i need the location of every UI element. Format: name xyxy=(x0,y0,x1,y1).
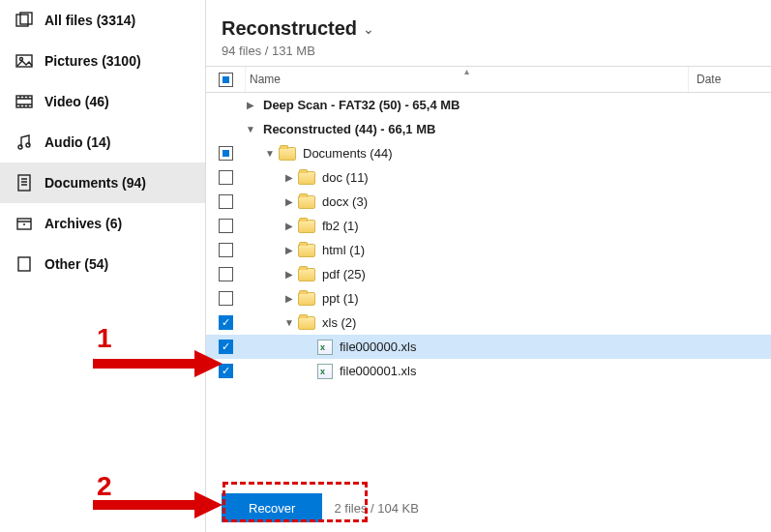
folder-icon xyxy=(298,244,315,257)
audio-icon xyxy=(15,133,33,151)
video-icon xyxy=(15,93,33,110)
sidebar-item-documents[interactable]: Documents (94) xyxy=(0,163,205,203)
expander-collapsed-icon[interactable]: ▶ xyxy=(283,172,295,183)
file-tree[interactable]: ▶Deep Scan - FAT32 (50) - 65,4 MB▼Recons… xyxy=(206,93,771,484)
sidebar-item-audio[interactable]: Audio (14) xyxy=(0,122,205,163)
tree-item-label: ppt (1) xyxy=(322,291,359,306)
tree-row[interactable]: ▶fb2 (1) xyxy=(206,214,771,238)
tree-item-label: Reconstructed (44) - 66,1 MB xyxy=(263,122,435,136)
tree-item-label: html (1) xyxy=(322,243,365,257)
svg-point-5 xyxy=(18,145,22,149)
sidebar-item-label: Audio (14) xyxy=(44,134,110,150)
checkbox[interactable] xyxy=(219,291,233,306)
svg-rect-9 xyxy=(18,257,30,271)
column-name-label: Name xyxy=(250,73,281,86)
sidebar-item-label: Video (46) xyxy=(44,94,109,109)
title-row[interactable]: Reconstructed ⌄ xyxy=(222,17,756,40)
checkbox[interactable] xyxy=(219,146,233,161)
header: Reconstructed ⌄ 94 files / 131 MB xyxy=(206,0,771,66)
tree-row[interactable]: ▼Documents (44) xyxy=(206,141,771,165)
sidebar-item-archives[interactable]: Archives (6) xyxy=(0,203,205,244)
expander-collapsed-icon[interactable]: ▶ xyxy=(283,293,295,304)
tree-item-label: fb2 (1) xyxy=(322,219,359,233)
sidebar-item-label: Documents (94) xyxy=(44,175,146,191)
folder-icon xyxy=(298,268,315,281)
column-check[interactable] xyxy=(206,73,245,87)
sidebar-item-other[interactable]: Other (54) xyxy=(0,244,205,284)
expander-collapsed-icon[interactable]: ▶ xyxy=(283,245,295,255)
column-date-label: Date xyxy=(697,73,721,86)
chevron-down-icon: ⌄ xyxy=(363,21,374,37)
checkbox[interactable] xyxy=(219,340,233,354)
checkbox[interactable] xyxy=(219,170,233,185)
folder-icon xyxy=(298,171,315,185)
column-date[interactable]: Date xyxy=(688,67,771,92)
expander-collapsed-icon[interactable]: ▶ xyxy=(283,221,295,231)
checkbox[interactable] xyxy=(219,219,233,233)
checkbox[interactable] xyxy=(219,243,233,257)
expander-expanded-icon[interactable]: ▼ xyxy=(283,317,295,328)
file-summary: 94 files / 131 MB xyxy=(222,44,756,58)
sidebar-item-video[interactable]: Video (46) xyxy=(0,81,205,122)
svg-rect-7 xyxy=(18,175,30,191)
sidebar-item-label: Other (54) xyxy=(44,256,108,272)
tree-row[interactable]: ▼xls (2) xyxy=(206,310,771,335)
other-icon xyxy=(15,255,33,273)
tree-row[interactable]: ▶html (1) xyxy=(206,238,771,262)
sidebar-item-allfiles[interactable]: All files (3314) xyxy=(0,0,205,41)
tree-item-label: Documents (44) xyxy=(303,146,392,161)
tree-item-label: xls (2) xyxy=(322,315,356,330)
sort-caret-icon: ▴ xyxy=(464,66,469,76)
svg-point-3 xyxy=(20,58,23,61)
tree-item-label: file000000.xls xyxy=(340,340,417,354)
allfiles-icon xyxy=(15,12,33,29)
tree-row[interactable]: file000001.xls xyxy=(206,359,771,383)
tree-item-label: Deep Scan - FAT32 (50) - 65,4 MB xyxy=(263,98,460,112)
folder-icon xyxy=(298,292,315,306)
svg-point-6 xyxy=(26,143,30,147)
tree-item-label: file000001.xls xyxy=(340,364,417,378)
sidebar-item-label: Archives (6) xyxy=(44,216,122,231)
tree-row[interactable]: ▼Reconstructed (44) - 66,1 MB xyxy=(206,117,771,141)
xls-file-icon xyxy=(317,364,333,379)
expander-expanded-icon[interactable]: ▼ xyxy=(245,124,256,134)
tree-row[interactable]: ▶Deep Scan - FAT32 (50) - 65,4 MB xyxy=(206,93,771,117)
documents-icon xyxy=(15,174,33,192)
checkbox[interactable] xyxy=(219,194,233,209)
expander-collapsed-icon[interactable]: ▶ xyxy=(283,269,295,280)
tree-item-label: docx (3) xyxy=(322,194,368,209)
checkbox-header[interactable] xyxy=(219,73,233,87)
sidebar: All files (3314) Pictures (3100) Video (… xyxy=(0,0,206,532)
sidebar-item-pictures[interactable]: Pictures (3100) xyxy=(0,41,205,81)
tree-item-label: doc (11) xyxy=(322,170,369,185)
column-name[interactable]: Name ▴ xyxy=(245,67,688,92)
tree-row[interactable]: ▶pdf (25) xyxy=(206,262,771,286)
sidebar-item-label: All files (3314) xyxy=(44,13,135,28)
folder-icon xyxy=(298,220,315,233)
folder-icon xyxy=(298,316,315,330)
sidebar-item-label: Pictures (3100) xyxy=(44,53,141,69)
annotation-highlight-box xyxy=(222,482,368,522)
archives-icon xyxy=(15,215,33,232)
expander-collapsed-icon[interactable]: ▶ xyxy=(245,100,256,110)
expander-expanded-icon[interactable]: ▼ xyxy=(264,148,276,159)
checkbox[interactable] xyxy=(219,364,233,378)
page-title: Reconstructed xyxy=(222,17,357,40)
checkbox[interactable] xyxy=(219,267,233,281)
xls-file-icon xyxy=(317,340,333,355)
tree-row[interactable]: ▶ppt (1) xyxy=(206,286,771,310)
tree-row[interactable]: ▶docx (3) xyxy=(206,190,771,214)
pictures-icon xyxy=(15,52,33,70)
tree-item-label: pdf (25) xyxy=(322,267,366,281)
main-panel: Reconstructed ⌄ 94 files / 131 MB Name ▴… xyxy=(206,0,771,532)
folder-icon xyxy=(279,147,296,161)
expander-collapsed-icon[interactable]: ▶ xyxy=(283,196,295,207)
tree-row[interactable]: file000000.xls xyxy=(206,335,771,359)
tree-row[interactable]: ▶doc (11) xyxy=(206,165,771,190)
folder-icon xyxy=(298,195,315,209)
checkbox[interactable] xyxy=(219,315,233,330)
column-header: Name ▴ Date xyxy=(206,66,771,93)
